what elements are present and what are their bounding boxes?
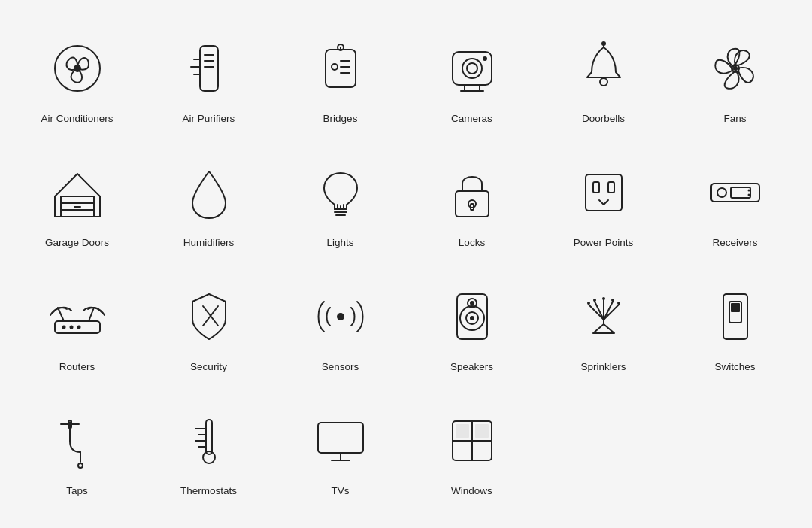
power-points-label: Power Points: [574, 237, 634, 248]
item-air-conditioners[interactable]: Air Conditioners: [15, 20, 139, 136]
svg-rect-44: [711, 184, 759, 202]
item-taps[interactable]: Taps: [15, 392, 139, 508]
sensors-label: Sensors: [322, 361, 359, 372]
tvs-icon: [307, 407, 374, 475]
power-points-icon: [570, 159, 638, 226]
lights-label: Lights: [326, 237, 353, 248]
item-windows[interactable]: Windows: [410, 392, 534, 508]
item-fans[interactable]: Fans: [673, 20, 797, 136]
security-icon: [175, 283, 243, 350]
cameras-label: Cameras: [451, 113, 492, 124]
tvs-label: TVs: [331, 485, 349, 496]
sprinklers-label: Sprinklers: [580, 361, 626, 372]
svg-point-45: [717, 188, 726, 197]
svg-rect-46: [731, 187, 750, 198]
item-cameras[interactable]: Cameras: [410, 20, 534, 136]
svg-rect-42: [593, 182, 599, 193]
sprinklers-icon: [570, 283, 638, 350]
svg-point-84: [203, 451, 215, 463]
item-locks[interactable]: Locks: [410, 144, 534, 260]
air-purifiers-icon: [175, 35, 243, 102]
cameras-icon: [438, 35, 506, 102]
windows-icon: [438, 407, 506, 475]
svg-point-47: [747, 190, 750, 192]
svg-point-48: [747, 194, 750, 196]
svg-point-73: [611, 299, 614, 302]
locks-label: Locks: [459, 237, 485, 248]
svg-rect-2: [200, 46, 218, 91]
svg-point-18: [467, 63, 477, 74]
sensors-icon: [307, 283, 374, 350]
item-humidifiers[interactable]: Humidifiers: [147, 144, 271, 260]
svg-point-72: [602, 297, 605, 300]
svg-point-51: [69, 326, 73, 329]
receivers-icon: [701, 159, 769, 226]
humidifiers-icon: [175, 159, 243, 226]
svg-rect-89: [318, 423, 363, 453]
svg-point-63: [470, 301, 474, 305]
item-switches[interactable]: Switches: [673, 268, 797, 384]
svg-point-80: [78, 463, 83, 468]
speakers-label: Speakers: [450, 361, 493, 372]
svg-point-23: [600, 78, 607, 86]
item-sprinklers[interactable]: Sprinklers: [541, 268, 665, 384]
garage-doors-icon: [44, 159, 111, 226]
air-purifiers-label: Air Purifiers: [183, 113, 235, 124]
svg-rect-96: [475, 424, 489, 438]
item-speakers[interactable]: Speakers: [410, 268, 534, 384]
lights-icon: [307, 159, 374, 226]
svg-point-71: [593, 299, 596, 302]
svg-line-53: [58, 308, 64, 321]
category-grid: Air Conditioners Air Purifiers: [15, 20, 797, 508]
item-power-points[interactable]: Power Points: [541, 144, 665, 260]
taps-icon: [44, 407, 111, 475]
item-receivers[interactable]: Receivers: [673, 144, 797, 260]
locks-icon: [438, 159, 506, 226]
svg-line-69: [604, 305, 619, 320]
thermostats-icon: [175, 407, 243, 475]
svg-rect-43: [608, 182, 614, 193]
windows-label: Windows: [451, 485, 492, 496]
svg-point-19: [483, 56, 487, 61]
item-bridges[interactable]: Bridges: [278, 20, 402, 136]
thermostats-label: Thermostats: [180, 485, 237, 496]
bridges-label: Bridges: [323, 113, 358, 124]
air-conditioners-label: Air Conditioners: [41, 113, 113, 124]
garage-doors-label: Garage Doors: [45, 237, 109, 248]
svg-rect-95: [456, 424, 469, 438]
item-garage-doors[interactable]: Garage Doors: [15, 144, 139, 260]
doorbells-icon: [570, 35, 638, 102]
security-label: Security: [190, 361, 227, 372]
svg-line-68: [604, 302, 613, 320]
air-conditioners-icon: [44, 35, 111, 102]
item-security[interactable]: Security: [147, 268, 271, 384]
humidifiers-label: Humidifiers: [183, 237, 235, 248]
item-doorbells[interactable]: Doorbells: [541, 20, 665, 136]
routers-label: Routers: [59, 361, 95, 372]
svg-line-66: [595, 302, 604, 320]
svg-point-12: [332, 64, 338, 70]
speakers-icon: [438, 283, 506, 350]
item-air-purifiers[interactable]: Air Purifiers: [147, 20, 271, 136]
receivers-label: Receivers: [712, 237, 757, 248]
bridges-icon: [307, 35, 374, 102]
svg-point-61: [470, 316, 474, 320]
fans-icon: [701, 35, 769, 102]
item-sensors[interactable]: Sensors: [278, 268, 402, 384]
taps-label: Taps: [66, 485, 88, 496]
fans-label: Fans: [723, 113, 746, 124]
item-tvs[interactable]: TVs: [278, 392, 402, 508]
svg-line-54: [89, 308, 94, 321]
svg-point-70: [587, 302, 590, 305]
item-routers[interactable]: Routers: [15, 268, 139, 384]
doorbells-label: Doorbells: [582, 113, 625, 124]
item-lights[interactable]: Lights: [278, 144, 402, 260]
switches-icon: [701, 283, 769, 350]
item-thermostats[interactable]: Thermostats: [147, 392, 271, 508]
svg-rect-77: [731, 303, 740, 312]
svg-point-52: [77, 326, 80, 329]
switches-label: Switches: [714, 361, 755, 372]
svg-point-25: [601, 41, 606, 46]
svg-rect-9: [326, 50, 356, 87]
svg-rect-83: [206, 420, 212, 454]
